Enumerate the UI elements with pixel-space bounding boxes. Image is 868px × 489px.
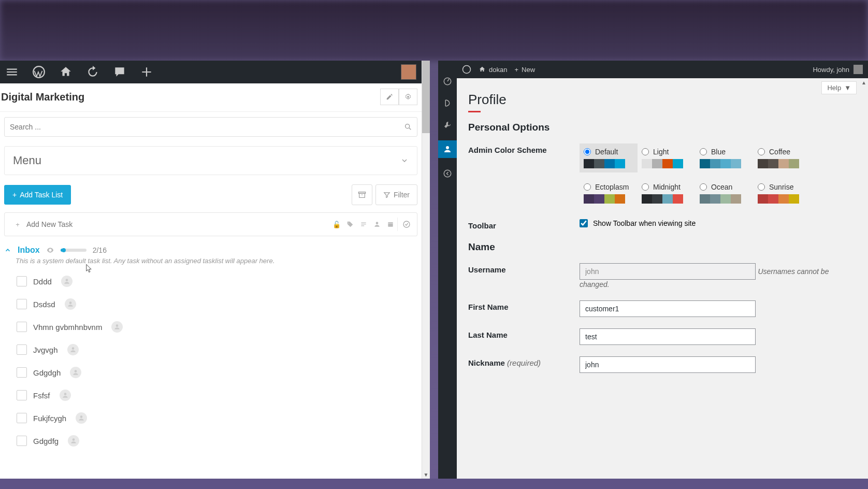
refresh-icon[interactable] <box>85 64 100 80</box>
color-scheme-option[interactable]: Ocean <box>696 179 754 208</box>
scrollbar-right[interactable]: ▲ <box>860 78 868 479</box>
task-row[interactable]: Vhmn gvbmhnbvnm <box>16 315 417 338</box>
tools-icon[interactable] <box>441 119 454 131</box>
date-icon[interactable] <box>384 218 397 231</box>
lock-icon[interactable]: 🔓 <box>330 218 343 231</box>
text-icon[interactable] <box>357 218 370 231</box>
filter-button[interactable]: Filter <box>375 184 417 205</box>
assignee-icon[interactable] <box>370 218 384 231</box>
help-tab[interactable]: Help ▼ <box>821 81 857 94</box>
plus-add-icon: + <box>11 218 24 231</box>
chevron-up-icon[interactable] <box>4 247 11 254</box>
color-scheme-option[interactable]: Ectoplasm <box>580 179 638 208</box>
label-nickname: Nickname (required) <box>468 356 580 367</box>
color-scheme-radio[interactable] <box>700 148 707 155</box>
color-scheme-option[interactable]: Default <box>580 143 638 172</box>
wordpress-icon[interactable] <box>31 64 47 80</box>
new-task-input[interactable] <box>24 214 330 235</box>
row-first-name: First Name <box>468 300 858 317</box>
task-checkbox[interactable] <box>17 436 27 446</box>
task-row[interactable]: Dddd <box>16 270 417 293</box>
svg-point-11 <box>75 370 77 372</box>
user-avatar[interactable] <box>401 64 416 80</box>
task-avatar-placeholder[interactable] <box>65 298 76 310</box>
task-row[interactable]: Dsdsd <box>16 293 417 315</box>
task-avatar-placeholder[interactable] <box>67 344 79 355</box>
color-scheme-radio[interactable] <box>642 183 649 191</box>
profile-icon[interactable] <box>438 140 457 158</box>
color-scheme-option[interactable]: Blue <box>696 143 754 172</box>
task-avatar-placeholder[interactable] <box>76 412 87 424</box>
nickname-input[interactable] <box>580 356 756 373</box>
search-icon[interactable] <box>404 123 412 131</box>
toolbar-checkbox[interactable] <box>580 219 588 227</box>
task-row[interactable]: Fsfsf <box>16 384 417 407</box>
submit-task-icon[interactable] <box>397 218 415 231</box>
menu-icon[interactable] <box>4 64 20 80</box>
color-scheme-radio[interactable] <box>758 183 765 191</box>
task-checkbox[interactable] <box>17 276 27 286</box>
scroll-up-icon[interactable]: ▲ <box>860 78 868 87</box>
color-scheme-option[interactable]: Sunrise <box>754 179 812 208</box>
toolbar-text: Show Toolbar when viewing site <box>593 219 696 227</box>
color-scheme-radio[interactable] <box>584 183 591 191</box>
last-name-input[interactable] <box>580 328 756 345</box>
color-scheme-radio[interactable] <box>642 148 649 155</box>
task-avatar-placeholder[interactable] <box>61 276 73 287</box>
scrollbar-left[interactable]: ▼ <box>422 61 430 479</box>
task-avatar-placeholder[interactable] <box>68 435 79 447</box>
task-row[interactable]: Fukjfcygh <box>16 407 417 429</box>
task-checkbox[interactable] <box>17 367 27 378</box>
color-scheme-option[interactable]: Coffee <box>754 143 812 172</box>
wordpress-logo-icon[interactable] <box>462 65 471 74</box>
task-checkbox[interactable] <box>17 322 27 332</box>
task-avatar-placeholder[interactable] <box>60 390 71 401</box>
edit-button[interactable] <box>380 89 399 105</box>
search-input[interactable] <box>4 117 417 137</box>
browser-chrome-blur <box>0 0 868 61</box>
user-avatar-small <box>853 65 863 74</box>
settings-button[interactable] <box>399 89 417 105</box>
task-checkbox[interactable] <box>17 390 27 400</box>
svg-point-13 <box>80 415 83 418</box>
first-name-input[interactable] <box>580 300 756 317</box>
row-last-name: Last Name <box>468 328 858 345</box>
tag-icon[interactable] <box>343 218 357 231</box>
collapse-icon[interactable] <box>441 167 454 180</box>
task-checkbox[interactable] <box>17 413 27 423</box>
add-task-list-button[interactable]: + Add Task List <box>4 185 71 205</box>
home-icon[interactable] <box>58 64 74 80</box>
svg-point-6 <box>403 221 410 227</box>
color-scheme-radio[interactable] <box>700 183 707 191</box>
comment-icon[interactable] <box>112 64 127 80</box>
color-swatch <box>584 194 625 204</box>
scrollbar-thumb[interactable] <box>422 61 430 133</box>
greeting[interactable]: Howdy, john <box>813 65 863 74</box>
inbox-description: This is a system default task list. Any … <box>16 257 417 265</box>
inbox-title[interactable]: Inbox <box>18 246 40 255</box>
color-scheme-option[interactable]: Midnight <box>638 179 696 208</box>
bottom-strip <box>0 479 868 489</box>
archive-button[interactable] <box>352 184 372 205</box>
task-row[interactable]: Gdgdfg <box>16 429 417 452</box>
color-scheme-radio[interactable] <box>758 148 765 155</box>
dashboard-icon[interactable] <box>441 75 454 88</box>
site-link[interactable]: dokan <box>479 66 507 74</box>
toolbar: + Add Task List Filter <box>4 184 417 205</box>
task-checkbox[interactable] <box>17 344 27 355</box>
task-avatar-placeholder[interactable] <box>70 367 81 378</box>
color-scheme-radio[interactable] <box>584 148 591 155</box>
eye-icon[interactable] <box>46 246 54 254</box>
menu-dropdown[interactable]: Menu <box>4 146 417 175</box>
row-username: Username Usernames cannot be changed. <box>468 263 858 289</box>
task-checkbox[interactable] <box>17 299 27 309</box>
plus-icon[interactable] <box>139 64 154 80</box>
svg-point-14 <box>73 438 75 441</box>
dokan-icon[interactable] <box>441 97 454 109</box>
task-row[interactable]: Gdgdgh <box>16 361 417 384</box>
task-avatar-placeholder[interactable] <box>111 321 123 333</box>
scroll-down-icon[interactable]: ▼ <box>422 470 430 479</box>
new-link[interactable]: + New <box>514 66 535 74</box>
task-row[interactable]: Jvgvgh <box>16 338 417 361</box>
color-scheme-option[interactable]: Light <box>638 143 696 172</box>
